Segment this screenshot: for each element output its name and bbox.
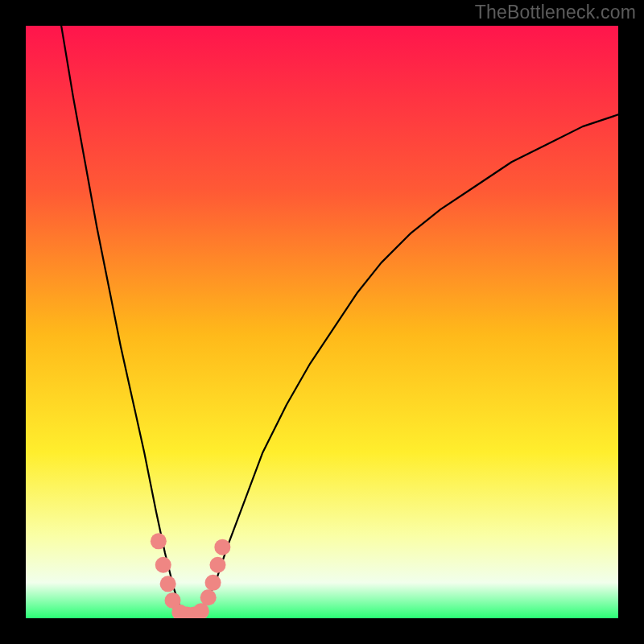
chart-svg (26, 26, 618, 618)
curve-marker (214, 539, 230, 555)
curve-marker (160, 576, 176, 592)
chart-frame: TheBottleneck.com (0, 0, 644, 644)
curve-marker (151, 533, 167, 549)
curve-marker (205, 575, 221, 591)
gradient-background (26, 26, 618, 618)
plot-area (26, 26, 618, 618)
curve-marker (209, 557, 225, 573)
watermark-text: TheBottleneck.com (475, 2, 636, 23)
curve-marker (200, 589, 217, 605)
curve-marker (155, 557, 171, 573)
